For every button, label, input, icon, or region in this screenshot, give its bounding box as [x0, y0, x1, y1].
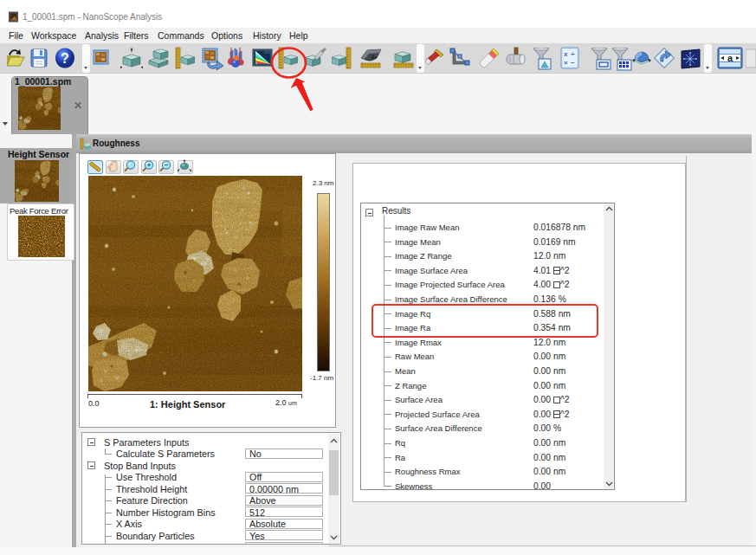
svg-text:?: ? [61, 51, 69, 66]
svg-text:−: − [571, 59, 575, 67]
svg-text:×: × [564, 59, 568, 67]
svg-text:÷: ÷ [571, 50, 575, 58]
svg-text:x: x [564, 50, 568, 58]
svg-text:a: a [727, 53, 733, 63]
